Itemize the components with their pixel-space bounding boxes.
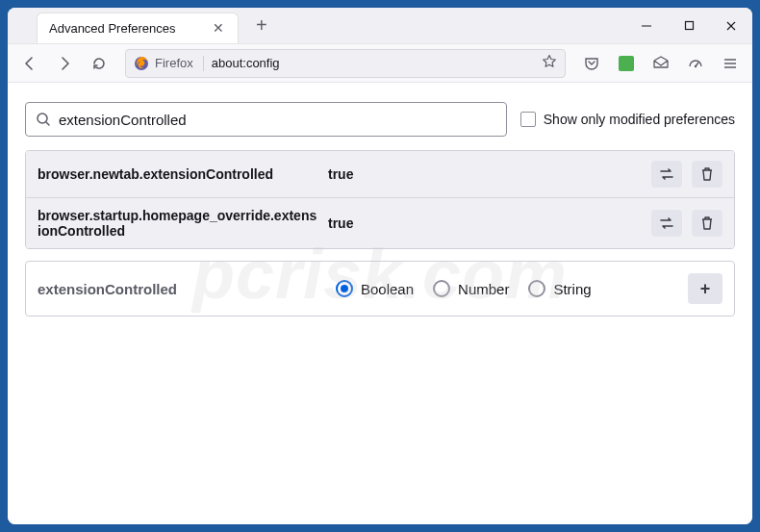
new-tab-button[interactable]: + xyxy=(248,11,275,40)
add-pref-button[interactable]: + xyxy=(688,273,722,304)
dashboard-icon[interactable] xyxy=(681,49,710,78)
extension-icon[interactable] xyxy=(612,49,641,78)
type-boolean-radio[interactable]: Boolean xyxy=(336,280,414,297)
new-pref-row: extensionControlled Boolean Number Strin… xyxy=(25,261,735,317)
url-identity-label: Firefox xyxy=(155,56,193,70)
url-bar[interactable]: Firefox about:config xyxy=(125,49,566,78)
mail-icon[interactable] xyxy=(646,49,675,78)
bookmark-star-icon[interactable] xyxy=(542,54,557,73)
menu-button[interactable] xyxy=(716,49,745,78)
url-text: about:config xyxy=(212,56,534,70)
radio-icon xyxy=(528,280,545,297)
toggle-button[interactable] xyxy=(651,161,682,188)
radio-icon xyxy=(433,280,450,297)
pocket-icon[interactable] xyxy=(577,49,606,78)
search-icon xyxy=(36,112,51,127)
pref-row: browser.newtab.extensionControlled true xyxy=(26,151,734,198)
delete-button[interactable] xyxy=(692,161,722,188)
type-number-radio[interactable]: Number xyxy=(433,280,509,297)
checkbox-label-text: Show only modified preferences xyxy=(544,112,735,127)
search-input[interactable] xyxy=(59,112,496,128)
pref-row: browser.startup.homepage_override.extens… xyxy=(26,198,734,248)
pref-name: browser.startup.homepage_override.extens… xyxy=(38,208,318,239)
toolbar: Firefox about:config xyxy=(8,44,752,83)
content-area: Show only modified preferences browser.n… xyxy=(8,83,752,524)
maximize-button[interactable] xyxy=(668,8,710,44)
close-window-button[interactable] xyxy=(710,8,752,44)
svg-rect-1 xyxy=(685,22,693,30)
type-options: Boolean Number String xyxy=(336,280,671,297)
modified-only-checkbox[interactable] xyxy=(520,112,536,127)
radio-label: Boolean xyxy=(361,281,414,297)
search-box[interactable] xyxy=(25,102,507,137)
window-controls xyxy=(625,8,752,44)
tab-title: Advanced Preferences xyxy=(49,21,205,36)
toggle-button[interactable] xyxy=(651,210,682,237)
svg-line-11 xyxy=(46,122,49,125)
pref-name: browser.newtab.extensionControlled xyxy=(38,166,318,182)
radio-label: Number xyxy=(458,281,509,297)
firefox-logo-icon xyxy=(134,56,149,71)
titlebar: Advanced Preferences ✕ + xyxy=(8,8,752,44)
type-string-radio[interactable]: String xyxy=(528,280,591,297)
url-identity: Firefox xyxy=(134,56,204,71)
delete-button[interactable] xyxy=(692,210,722,237)
minimize-button[interactable] xyxy=(625,8,668,44)
forward-button[interactable] xyxy=(50,49,79,78)
new-pref-name: extensionControlled xyxy=(38,281,318,297)
modified-only-checkbox-label[interactable]: Show only modified preferences xyxy=(520,112,735,127)
svg-line-6 xyxy=(696,63,698,66)
close-tab-icon[interactable]: ✕ xyxy=(213,20,224,36)
radio-label: String xyxy=(553,281,591,297)
reload-button[interactable] xyxy=(85,49,114,78)
back-button[interactable] xyxy=(15,49,44,78)
radio-icon xyxy=(336,280,353,297)
pref-value: true xyxy=(328,166,642,182)
prefs-table: browser.newtab.extensionControlled true … xyxy=(25,150,735,249)
search-row: Show only modified preferences xyxy=(25,102,735,137)
browser-tab[interactable]: Advanced Preferences ✕ xyxy=(37,13,239,43)
pref-value: true xyxy=(328,215,642,231)
